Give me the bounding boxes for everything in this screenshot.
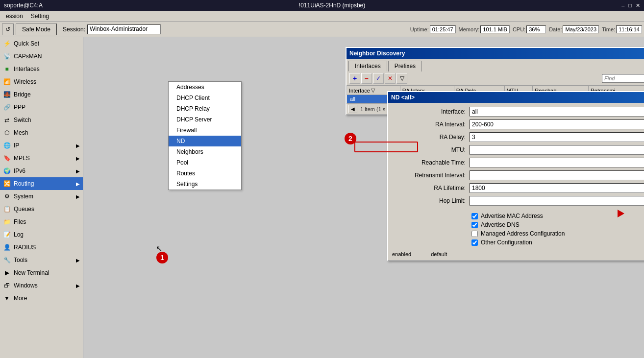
close-btn[interactable]: ✕ — [636, 2, 640, 9]
mtu-field-group: ▼ — [470, 145, 644, 155]
sidebar-label-interfaces: Interfaces — [14, 66, 80, 72]
memory-value: 101.1 MiB — [480, 25, 510, 33]
sidebar-item-wireless[interactable]: 📶 Wireless — [0, 75, 83, 88]
cpu-value: 36% — [526, 25, 546, 33]
nd-title: Neighbor Discovery — [349, 50, 405, 57]
mtu-row: MTU: ▼ — [388, 145, 644, 155]
tools-icon: 🔧 — [3, 256, 11, 264]
routing-icon: 🔀 — [3, 180, 11, 188]
refresh-btn[interactable]: ↺ — [2, 24, 14, 35]
sidebar-item-new-terminal[interactable]: ▶ New Terminal — [0, 266, 83, 279]
nd-check-btn[interactable]: ✓ — [373, 73, 384, 84]
nd-cross-btn[interactable]: ✕ — [385, 73, 396, 84]
mpls-arrow: ▶ — [76, 156, 80, 161]
scroll-left-btn[interactable]: ◀ — [348, 105, 357, 113]
retransmit-input[interactable] — [470, 170, 644, 180]
interface-input[interactable] — [470, 107, 644, 117]
sidebar-item-more[interactable]: ▼ More — [0, 292, 83, 305]
sidebar-item-mpls[interactable]: 🔖 MPLS ▶ — [0, 152, 83, 165]
sidebar-label-routing: Routing — [14, 180, 73, 187]
sidebar-item-ipv6[interactable]: 🌍 IPv6 ▶ — [0, 165, 83, 177]
tab-prefixes[interactable]: Prefixes — [388, 61, 422, 72]
nd-filter-btn[interactable]: ▽ — [396, 73, 407, 84]
radius-icon: 👤 — [3, 243, 11, 251]
nd-add-btn[interactable]: + — [349, 73, 360, 84]
hop-limit-input[interactable] — [470, 196, 644, 206]
sidebar-item-routing[interactable]: 🔀 Routing ▶ — [0, 177, 83, 190]
reachable-time-input[interactable] — [470, 158, 644, 167]
menu-item-routes[interactable]: Routes — [169, 168, 241, 179]
new-terminal-icon: ▶ — [3, 269, 11, 277]
windows-arrow: ▶ — [76, 283, 80, 288]
item-count: 1 item (1 s — [357, 105, 388, 113]
advertise-mac-label: Advertise MAC Address — [481, 213, 543, 219]
cursor-indicator: ↖ — [156, 244, 162, 253]
menu-setting[interactable]: Setting — [27, 12, 53, 21]
menu-session[interactable]: ession — [2, 12, 27, 21]
other-config-checkbox[interactable] — [471, 239, 478, 246]
sidebar-item-capsman[interactable]: 📡 CAPsMAN — [0, 50, 83, 63]
ppp-icon: 🔗 — [3, 103, 11, 111]
sidebar-item-ip[interactable]: 🌐 IP ▶ — [0, 139, 83, 152]
ra-lifetime-label: RA Lifetime: — [392, 185, 466, 191]
advertise-dns-label: Advertise DNS — [481, 221, 520, 228]
sidebar-item-switch[interactable]: ⇄ Switch — [0, 114, 83, 126]
ra-interval-input[interactable] — [470, 119, 644, 129]
ipv6-icon: 🌍 — [3, 167, 11, 175]
menu-item-pool[interactable]: Pool — [169, 157, 241, 168]
mtu-input[interactable] — [470, 145, 644, 155]
sidebar-item-queues[interactable]: 📋 Queues — [0, 203, 83, 215]
ra-delay-input[interactable] — [470, 132, 644, 142]
maximize-btn[interactable]: □ — [628, 2, 632, 9]
nd-toolbar: + – ✓ ✕ ▽ — [347, 72, 644, 86]
nd-find-input[interactable] — [602, 74, 644, 83]
title-center: !011UiAS-2HnD (mipsbe) — [299, 2, 365, 9]
menu-item-firewall[interactable]: Firewall — [169, 125, 241, 136]
menu-item-addresses[interactable]: Addresses — [169, 82, 241, 93]
nd-remove-btn[interactable]: – — [361, 73, 372, 84]
safe-mode-btn[interactable]: Safe Mode — [16, 24, 57, 35]
menu-item-nd[interactable]: ND — [169, 136, 241, 146]
sidebar-item-system[interactable]: ⚙ System ▶ — [0, 190, 83, 203]
ip-arrow: ▶ — [76, 143, 80, 148]
reachable-time-row: Reachable Time: ▼ ms — [388, 158, 644, 167]
advertise-mac-checkbox[interactable] — [471, 213, 478, 219]
retransmit-label: Retransmit Interval: — [392, 172, 466, 179]
sidebar-item-interfaces[interactable]: ■ Interfaces — [0, 63, 83, 75]
sidebar-item-tools[interactable]: 🔧 Tools ▶ — [0, 254, 83, 266]
managed-address-checkbox[interactable] — [471, 231, 478, 237]
menu-item-neighbors[interactable]: Neighbors — [169, 146, 241, 157]
hop-limit-row: Hop Limit: ▼ — [388, 196, 644, 206]
status-info: Uptime: 01:25:47 Memory: 101.1 MiB CPU: … — [410, 25, 642, 33]
tab-interfaces[interactable]: Interfaces — [348, 61, 387, 72]
sidebar-item-radius[interactable]: 👤 RADIUS — [0, 241, 83, 254]
sidebar-item-windows[interactable]: 🗗 Windows ▶ — [0, 279, 83, 292]
other-config-row: Other Configuration — [388, 239, 644, 246]
nd-detail-body: OK Cancel Apply Disable Copy Remove Inte… — [388, 103, 644, 260]
sidebar-item-mesh[interactable]: ⬡ Mesh — [0, 126, 83, 139]
minimize-btn[interactable]: – — [621, 2, 624, 9]
sidebar-label-ip: IP — [14, 142, 73, 149]
sidebar-item-log[interactable]: 📝 Log — [0, 228, 83, 241]
sidebar: ⚡ Quick Set 📡 CAPsMAN ■ Interfaces 📶 Wir… — [0, 37, 83, 358]
content-area: Addresses DHCP Client DHCP Relay DHCP Se… — [83, 37, 644, 358]
log-icon: 📝 — [3, 231, 11, 239]
menu-item-settings[interactable]: Settings — [169, 179, 241, 190]
menu-item-dhcp-client[interactable]: DHCP Client — [169, 93, 241, 103]
advertise-dns-checkbox[interactable] — [471, 222, 478, 228]
sidebar-item-bridge[interactable]: 🌉 Bridge — [0, 88, 83, 101]
sidebar-item-ppp[interactable]: 🔗 PPP — [0, 101, 83, 114]
sidebar-label-bridge: Bridge — [14, 91, 80, 98]
wireless-icon: 📶 — [3, 78, 11, 86]
menu-item-dhcp-relay[interactable]: DHCP Relay — [169, 103, 241, 114]
nd-detail-title: ND <all> — [391, 94, 415, 101]
menu-bar: ession Setting — [0, 11, 644, 22]
sidebar-item-files[interactable]: 📁 Files — [0, 215, 83, 228]
ra-lifetime-input[interactable] — [470, 183, 644, 193]
advertise-dns-row: Advertise DNS — [388, 221, 644, 228]
sidebar-item-quick-set[interactable]: ⚡ Quick Set — [0, 37, 83, 50]
menu-item-dhcp-server[interactable]: DHCP Server — [169, 114, 241, 125]
system-arrow: ▶ — [76, 194, 80, 199]
sidebar-label-log: Log — [14, 231, 80, 238]
other-config-label: Other Configuration — [481, 239, 532, 246]
